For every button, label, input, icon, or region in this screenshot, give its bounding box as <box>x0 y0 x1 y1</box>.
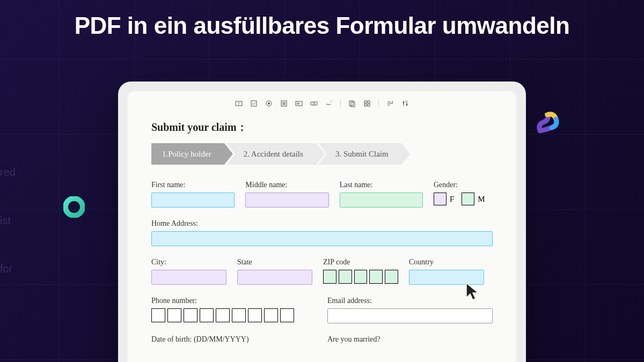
gender-m-checkbox[interactable] <box>462 193 474 205</box>
form-toolbar: T OK <box>128 98 516 115</box>
list-icon[interactable] <box>280 100 288 107</box>
page-headline: PDF in ein ausfüllbares Formular umwande… <box>0 0 644 40</box>
dropdown-icon[interactable] <box>295 100 303 107</box>
cursor-icon <box>465 282 482 303</box>
gender-m-label: M <box>478 195 485 204</box>
step-submit-claim[interactable]: 3. Submit Claim <box>318 143 401 165</box>
radio-icon[interactable] <box>265 100 273 107</box>
country-label: Country <box>409 258 484 267</box>
phone-cell-1[interactable] <box>151 308 165 322</box>
phone-cell-3[interactable] <box>184 308 197 322</box>
align-icon[interactable] <box>386 100 394 107</box>
home-address-label: Home Address: <box>151 219 493 228</box>
state-input[interactable] <box>237 270 312 285</box>
gender-label: Gender: <box>434 181 493 189</box>
step-breadcrumb: 1.Policy holder 2. Accident details 3. S… <box>151 143 493 165</box>
toolbar-separator <box>378 100 379 107</box>
zip-cell-3[interactable] <box>354 270 368 284</box>
bg-text-2: ist <box>0 215 11 227</box>
married-label: Are you married? <box>327 335 493 344</box>
form-document: Submit your claim： 1.Policy holder 2. Ac… <box>128 115 516 344</box>
zip-cell-2[interactable] <box>339 270 352 284</box>
svg-rect-10 <box>296 101 302 106</box>
phone-cell-9[interactable] <box>280 308 294 322</box>
squiggle-decoration <box>533 107 564 137</box>
city-input[interactable] <box>151 270 226 285</box>
gender-f-label: F <box>450 195 454 204</box>
zip-label: ZIP code <box>323 258 398 267</box>
svg-rect-17 <box>364 101 367 103</box>
phone-cell-7[interactable] <box>248 308 262 322</box>
dob-label: Date of birth: (DD/MM/YYYY) <box>151 335 317 344</box>
bg-text-1: red <box>0 166 16 179</box>
first-name-label: First name: <box>151 181 235 189</box>
zip-cell-5[interactable] <box>385 270 398 284</box>
step-policy-holder[interactable]: 1.Policy holder <box>151 143 224 165</box>
svg-point-26 <box>403 102 405 104</box>
svg-rect-3 <box>251 101 257 106</box>
phone-cell-5[interactable] <box>216 308 230 322</box>
first-name-input[interactable] <box>151 193 235 208</box>
svg-point-0 <box>65 198 83 216</box>
email-input[interactable] <box>327 308 493 323</box>
phone-cell-2[interactable] <box>167 308 181 322</box>
phone-cell-8[interactable] <box>264 308 278 322</box>
text-field-icon[interactable]: T <box>235 100 243 107</box>
middle-name-label: Middle name: <box>245 181 328 189</box>
settings-icon[interactable] <box>401 100 409 107</box>
svg-point-5 <box>268 102 270 105</box>
form-title: Submit your claim： <box>151 120 493 135</box>
signature-icon[interactable] <box>325 100 333 107</box>
tablet-frame: T OK Submit your claim： 1.Policy holder … <box>118 82 526 362</box>
bg-text-3: for <box>0 263 12 275</box>
svg-rect-20 <box>368 104 370 106</box>
torus-decoration <box>63 196 85 218</box>
svg-point-27 <box>406 104 408 106</box>
checkbox-icon[interactable] <box>250 100 258 107</box>
app-screen: T OK Submit your claim： 1.Policy holder … <box>128 91 516 362</box>
zip-cell-4[interactable] <box>369 270 383 284</box>
svg-rect-19 <box>364 104 367 106</box>
grid-icon[interactable] <box>363 100 371 107</box>
last-name-input[interactable] <box>340 193 423 208</box>
copy-icon[interactable] <box>348 100 356 107</box>
phone-label: Phone number: <box>151 297 317 305</box>
svg-text:T: T <box>238 102 240 106</box>
middle-name-input[interactable] <box>245 193 328 208</box>
step-accident-details[interactable]: 2. Accident details <box>226 143 316 165</box>
phone-cell-6[interactable] <box>232 308 246 322</box>
svg-text:OK: OK <box>312 102 316 105</box>
gender-f-checkbox[interactable] <box>434 193 447 205</box>
button-icon[interactable]: OK <box>310 100 318 107</box>
last-name-label: Last name: <box>340 181 423 189</box>
home-address-input[interactable] <box>151 231 493 246</box>
phone-cell-4[interactable] <box>200 308 214 322</box>
svg-rect-18 <box>368 101 370 103</box>
toolbar-separator <box>340 100 341 107</box>
zip-cell-1[interactable] <box>323 270 336 284</box>
city-label: City: <box>151 258 226 267</box>
state-label: State <box>237 258 312 267</box>
